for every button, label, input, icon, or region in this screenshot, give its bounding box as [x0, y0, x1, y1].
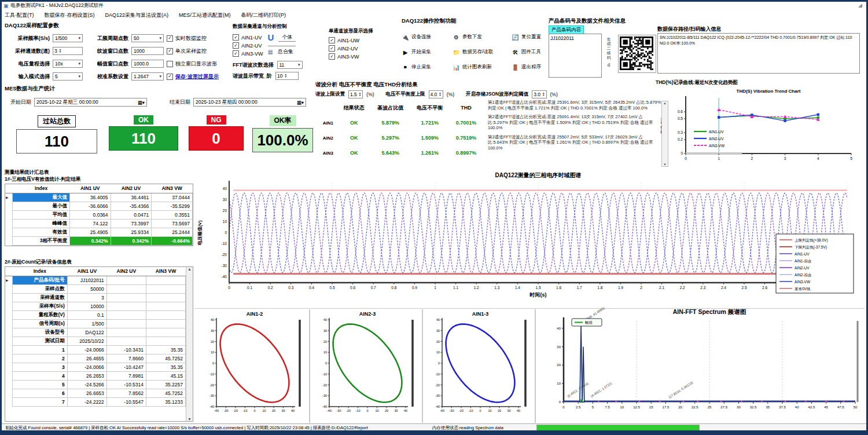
cfg-checkbox[interactable]: ✓单次采样监控	[167, 47, 207, 55]
cell	[106, 284, 146, 293]
table-row[interactable]: 平均值0.03640.04710.3551	[5, 210, 193, 219]
fft-order-dropdown[interactable]: 11▾	[277, 61, 303, 69]
noise-dot	[741, 400, 742, 402]
start-date-field[interactable]: 2025-10-22 星期三 00:00:00 ▦▾	[34, 98, 147, 107]
cfg-control[interactable]: 3▲▼	[53, 47, 83, 55]
table-row[interactable]: 1-24.0066-10.343135.35	[5, 345, 186, 354]
thd-trend-svg[interactable]: THD(S) Vibration Trend Chart00.20.30.50.…	[656, 86, 863, 167]
table-row[interactable]: 5-24.5266-10.531435.2257	[5, 380, 186, 389]
table-row[interactable]: 采样通道数3	[5, 293, 186, 302]
cfg-control2[interactable]: 1000	[131, 47, 164, 55]
table-row[interactable]: 测试日期2025/10/22	[5, 337, 186, 345]
x-tick-label: 5	[850, 156, 852, 160]
end-date-field[interactable]: 2025-10-23 星期四 00:00:00 ▦▾	[193, 98, 306, 107]
control-button-6[interactable]: ⏹停止采集	[402, 64, 453, 71]
cell: 7.8981	[106, 371, 146, 380]
calendar-icon-2[interactable]: ▦▾	[297, 100, 304, 105]
lissajous-svg-2[interactable]: AIN1-3-40-40-30-30-20-20-10-100010102020…	[425, 309, 532, 423]
thd-trend-chart[interactable]: THD(S) Vibration Trend Chart00.20.30.50.…	[656, 86, 863, 167]
cfg-control[interactable]: 5▾	[53, 72, 83, 81]
x-tick-label: 4	[817, 156, 819, 160]
table-row[interactable]: 有效值25.490525.933425.2444	[5, 228, 193, 236]
acq-channel-2[interactable]: ✓AIN3-VW	[233, 50, 263, 57]
table-row[interactable]: 量程系数(V)0.1	[5, 310, 186, 319]
lissajous-svg-0[interactable]: AIN1-2-40-40-30-30-20-20-10-100010102020…	[199, 309, 307, 423]
y-tick-label: 0	[559, 400, 561, 404]
qr-module	[639, 64, 641, 65]
table-row[interactable]: 3相不平衡度0.342%0.342%-0.664%	[5, 236, 193, 245]
menu-item-3[interactable]: MES/工站通讯配置(M)	[179, 12, 231, 19]
lissajous-svg-1[interactable]: AIN2-3-40-40-30-30-20-20-10-100010102020…	[312, 309, 420, 423]
control-button-2[interactable]: 🔄复位重置	[512, 34, 547, 41]
menu-item-1[interactable]: 数据保存·存档设置(S)	[45, 12, 95, 19]
unbalance-limit-label: 电压不平衡度上限	[386, 91, 425, 98]
cfg-control2[interactable]: 1.2647▾	[131, 72, 164, 81]
cell: 0.0471	[111, 210, 152, 219]
cell: DAQ122	[67, 328, 106, 337]
control-button-1[interactable]: ⚙参数下发	[453, 34, 512, 41]
table-row[interactable]: ▶最大值36.400536.446137.0444	[5, 193, 193, 202]
menu-item-0[interactable]: 工具·配置(T)	[5, 12, 34, 19]
control-button-0[interactable]: 🔌设备连接	[402, 34, 453, 41]
qr-module	[628, 54, 630, 56]
scan-title: 数据保存路径/扫码输入信息	[657, 25, 722, 33]
table-row[interactable]: 7-24.2222-10.554735.1233	[5, 397, 186, 406]
cfg-checkbox[interactable]: 独立窗口显示波形	[167, 60, 217, 68]
menu-item-4[interactable]: 条码/二维码打印(P)	[241, 12, 286, 19]
stats1-table[interactable]: IndexAIN1 UVAIN2 UVAIN3 VW▶最大值36.400536.…	[5, 184, 193, 246]
harmonic-limit-spinner[interactable]: 1.5▲▼	[348, 90, 363, 98]
x-tick-label: 1	[718, 156, 720, 160]
table-row[interactable]: ▶产品条码/批号JJ1022011	[5, 276, 186, 284]
fft-svg[interactable]: AIN-FFT Spectrum 频谱图01020304002.557.5101…	[538, 306, 865, 423]
table-row[interactable]: 采样点数50000	[5, 284, 186, 293]
table-row[interactable]: 峰峰值74.12273.399773.5697	[5, 219, 193, 228]
lissajous-chart-ain1-2[interactable]: AIN1-2-40-40-30-30-20-20-10-100010102020…	[199, 309, 307, 423]
thd-order-spinner[interactable]: 10▲▼	[275, 72, 299, 80]
sampling-row-3: 输入模式选择5▾校准系数设置1.2647▾✓保存·波形过屏显示	[5, 72, 229, 81]
cfg-control2[interactable]: 50▾	[131, 34, 164, 42]
store-threshold-spinner[interactable]: 3.0▲▼	[532, 90, 546, 98]
control-button-7[interactable]: 📊统计图表刷新	[453, 64, 512, 71]
table-row[interactable]: 信号周期(s)1/500	[5, 319, 186, 328]
single-channel-1[interactable]: ✓AIN2-UV	[329, 45, 399, 52]
stats2-scrollbar[interactable]: ▲▼	[186, 267, 193, 421]
window-resize-icon[interactable]: ◢	[858, 2, 862, 8]
lissajous-chart-ain1-3[interactable]: AIN1-3-40-40-30-30-20-20-10-100010102020…	[425, 309, 532, 423]
cfg-checkbox[interactable]: ✓实时数据监控	[167, 35, 207, 42]
menu-item-2[interactable]: DAQ122采集与算法设置(A)	[105, 12, 169, 19]
control-button-8[interactable]: 🚪退出程序	[512, 64, 547, 71]
lissajous-chart-ain2-3[interactable]: AIN2-3-40-40-30-30-20-20-10-100010102020…	[312, 309, 420, 423]
y-tick-label: 0.2	[678, 137, 683, 141]
table-row[interactable]: 226.46557.866045.7252	[5, 354, 186, 363]
cfg-control[interactable]: 1/500▾	[53, 34, 83, 42]
mode-total[interactable]: ▦总合集	[268, 46, 296, 56]
table-row[interactable]: 426.26537.898145.15	[5, 371, 186, 380]
control-button-label: 设备连接	[411, 34, 431, 41]
control-button-5[interactable]: 🛠固件工具	[512, 49, 547, 56]
fft-spectrum-chart[interactable]: AIN-FFT Spectrum 频谱图01020304002.557.5101…	[538, 306, 865, 423]
timedomain-svg[interactable]: DAQ122测量的三相电序时域图谱-40-30-20-1001020304000…	[194, 169, 865, 308]
control-button-3[interactable]: ▶开始采集	[402, 49, 453, 56]
timedomain-chart[interactable]: DAQ122测量的三相电序时域图谱-40-30-20-1001020304000…	[194, 169, 865, 308]
single-channel-0[interactable]: ✓AIN1-UW	[329, 37, 399, 43]
unbalance-limit-spinner[interactable]: 4.0▲▼	[429, 90, 443, 98]
control-button-4[interactable]: 📁数据另存/读取	[453, 49, 512, 56]
acq-channel-0[interactable]: ✓AIN1-UV	[233, 34, 263, 41]
calendar-icon[interactable]: ▦▾	[138, 100, 145, 105]
table-row[interactable]: 采样率(S/s)10000	[5, 302, 186, 310]
analysis-scrollbar[interactable]: ▲▼	[661, 101, 668, 167]
table-row[interactable]: 最小值-36.6066-35.4366-35.5299	[5, 202, 193, 210]
cfg-control2[interactable]: 1000.0	[131, 60, 164, 68]
cfg-checkbox[interactable]: ✓保存·波形过屏显示	[167, 73, 219, 81]
mode-individual[interactable]: U个体	[268, 32, 296, 42]
legend-chip-label: 幅值	[585, 320, 593, 325]
single-channel-2[interactable]: ✓AIN3-VW	[329, 53, 399, 60]
cfg-control[interactable]: 10x▾	[53, 60, 83, 68]
table-row[interactable]: 设备型号DAQ122	[5, 328, 186, 337]
table-row[interactable]: 626.66537.856245.7252	[5, 389, 186, 397]
acq-channel-1[interactable]: ✓AIN2-UV	[233, 42, 263, 49]
stats2-table[interactable]: IndexAIN1 UVAIN2 UVAIN3 VW▶产品条码/批号JJ1022…	[5, 267, 186, 407]
scan-input[interactable]: SN:JJ1022011-B5/111 DAQ122 ICQ (022-2045…	[657, 33, 860, 74]
barcode-input[interactable]: JJ1022011	[549, 34, 602, 78]
table-row[interactable]: 3-24.0066-10.424735.35	[5, 363, 186, 371]
